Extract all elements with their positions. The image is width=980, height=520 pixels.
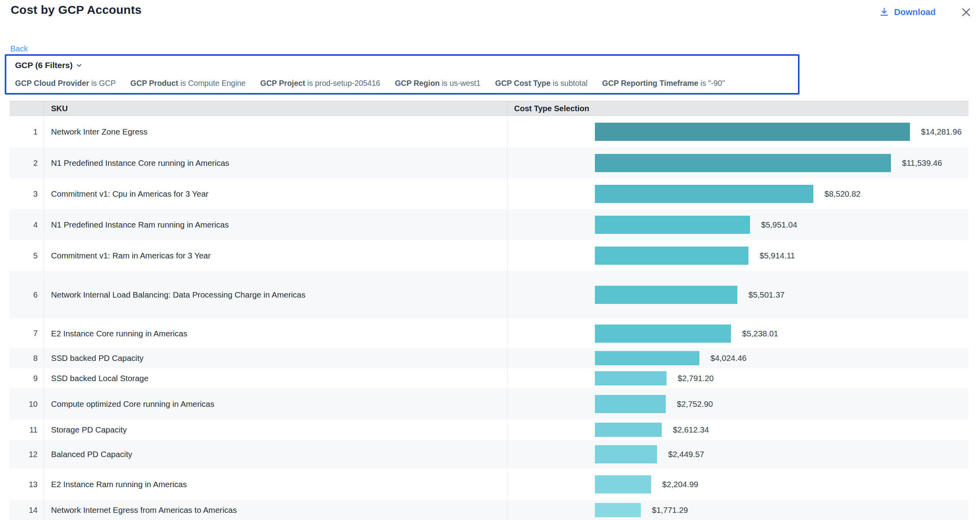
filter-name: GCP Project [260,79,305,87]
filter-condition: is us-west1 [440,79,481,87]
cost-cell: $5,238.01 [507,319,969,348]
cost-bar[interactable] [595,351,699,365]
table-row: 7E2 Instance Core running in Americas$5,… [9,319,969,348]
row-number: 9 [9,368,44,389]
download-label: Download [894,7,936,17]
row-number: 11 [9,419,44,440]
chevron-down-icon [76,62,82,68]
sku-cell: Compute optimized Core running in Americ… [44,389,507,419]
cost-value-label: $5,914.11 [760,251,795,260]
table-row: 11Storage PD Capacity$2,612.34 [9,419,969,440]
row-number: 4 [9,209,44,240]
sku-cell: SSD backed Local Storage [44,368,507,389]
cost-bar[interactable] [595,395,666,413]
row-number: 5 [9,240,44,271]
filter-condition: is "-90" [698,79,725,87]
cost-cell: $5,914.11 [507,240,969,271]
row-number: 13 [9,469,44,500]
filter-item-6: GCP Reporting Timeframe is "-90" [602,79,725,88]
cost-cell: $8,520.82 [507,178,969,209]
cost-cell: $2,204.99 [507,469,969,500]
filter-condition: is subtotal [551,79,587,87]
filter-name: GCP Reporting Timeframe [602,79,698,87]
table-row: 4N1 Predefined Instance Ram running in A… [9,209,969,240]
table-row: 1Network Inter Zone Egress$14,281.96 [9,116,969,148]
cost-bar[interactable] [595,445,657,463]
cost-cell: $2,791.20 [507,368,969,389]
cost-cell: $5,951.04 [507,209,969,240]
cost-bar[interactable] [595,325,731,343]
row-number: 7 [9,319,44,348]
cost-bar[interactable] [595,286,737,304]
table-row: 12Balanced PD Capacity$2,449.57 [9,440,969,469]
column-header-cost-type-selection[interactable]: Cost Type Selection [507,101,969,116]
filter-name: GCP Cloud Provider [15,79,89,87]
filter-item-3: GCP Project is prod-setup-205416 [260,79,380,88]
column-header-sku[interactable]: SKU [44,101,507,116]
filter-item-2: GCP Product is Compute Engine [130,79,245,88]
sku-cell: Network Internal Load Balancing: Data Pr… [44,271,507,319]
filter-condition: is Compute Engine [178,79,245,87]
row-number: 1 [9,116,44,148]
cost-bar[interactable] [595,154,891,172]
cost-cell: $5,501.37 [507,271,969,319]
cost-bar[interactable] [595,371,667,385]
cost-bar[interactable] [595,423,662,437]
sku-cell: E2 Instance Ram running in Americas [44,469,507,500]
cost-value-label: $2,449.57 [668,450,704,459]
table-body: 1Network Inter Zone Egress$14,281.962N1 … [9,116,969,520]
table-row: 9SSD backed Local Storage$2,791.20 [9,368,969,389]
cost-value-label: $2,612.34 [673,425,709,435]
sku-cell: Balanced PD Capacity [44,440,507,469]
row-number: 12 [9,440,44,469]
sku-cell: Commitment v1: Cpu in Americas for 3 Yea… [44,178,507,209]
cost-value-label: $5,238.01 [742,329,778,338]
table-row: 6Network Internal Load Balancing: Data P… [9,271,969,319]
sku-cell: SSD backed PD Capacity [44,348,507,368]
row-number: 6 [9,271,44,319]
cost-value-label: $1,771.29 [652,505,688,515]
download-button[interactable]: Download [879,7,936,17]
cost-bar[interactable] [595,123,910,141]
filter-summary-dropdown[interactable]: GCP (6 Filters) [15,61,82,70]
sku-cell: N1 Predefined Instance Ram running in Am… [44,209,507,240]
cost-value-label: $4,024.46 [710,353,746,363]
table-row: 14Network Internet Egress from Americas … [9,500,969,520]
cost-value-label: $2,204.99 [662,480,698,489]
cost-value-label: $2,752.90 [677,399,713,409]
cost-bar[interactable] [595,503,641,517]
filter-name: GCP Cost Type [495,79,551,87]
cost-cell: $1,771.29 [507,500,969,520]
download-icon [879,7,889,17]
filter-condition: is prod-setup-205416 [305,79,380,87]
cost-bar[interactable] [595,247,748,265]
column-header-row-number [9,101,44,116]
cost-value-label: $2,791.20 [678,374,714,383]
cost-value-label: $8,520.82 [824,189,860,199]
filter-item-1: GCP Cloud Provider is GCP [15,79,116,88]
table-row: 13E2 Instance Ram running in Americas$2,… [9,469,969,500]
filter-name: GCP Region [395,79,440,87]
filter-item-5: GCP Cost Type is subtotal [495,79,587,88]
cost-value-label: $14,281.96 [921,127,962,137]
cost-cell: $2,752.90 [507,389,969,419]
sku-cell: N1 Predefined Instance Core running in A… [44,148,507,178]
row-number: 14 [9,500,44,520]
row-number: 8 [9,348,44,368]
cost-cell: $11,539.46 [507,148,969,178]
filter-condition: is GCP [89,79,116,87]
sku-cell: Network Inter Zone Egress [44,116,507,148]
cost-bar[interactable] [595,216,750,234]
close-icon[interactable] [960,6,972,18]
table-row: 3Commitment v1: Cpu in Americas for 3 Ye… [9,178,969,209]
cost-bar[interactable] [595,185,813,203]
row-number: 10 [9,389,44,419]
back-link[interactable]: Back [10,44,28,53]
cost-bar[interactable] [595,475,651,493]
sku-cell: Commitment v1: Ram in Americas for 3 Yea… [44,240,507,271]
top-actions: Download [879,6,972,18]
cost-cell: $14,281.96 [507,116,969,148]
table-row: 2N1 Predefined Instance Core running in … [9,148,969,178]
sku-cell: E2 Instance Core running in Americas [44,319,507,348]
cost-cell: $4,024.46 [507,348,969,368]
